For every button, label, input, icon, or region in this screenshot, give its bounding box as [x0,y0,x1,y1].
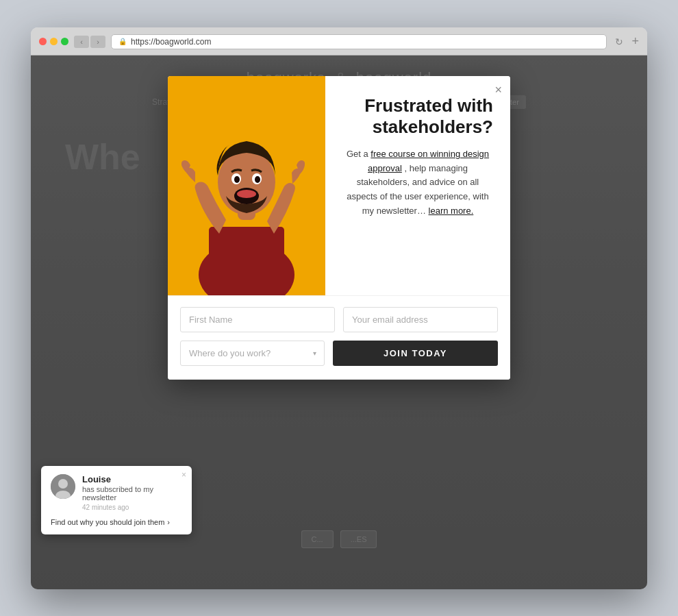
work-select[interactable]: Where do you work? Agency In-house Freel… [180,341,325,366]
social-proof-action: has subscribed to my newsletter [82,485,182,502]
social-proof-notification: × Louise has subscribed to my newsletter… [41,466,192,534]
social-proof-cta[interactable]: Find out why you should join them › [51,518,182,526]
nav-buttons: ‹ › [74,36,105,48]
maximize-dot[interactable] [61,38,68,45]
first-name-input[interactable] [180,307,335,332]
work-select-wrapper: Where do you work? Agency In-house Freel… [180,341,325,366]
modal-text-section: Frustrated with stakeholders? Get a free… [325,76,510,295]
browser-window: ‹ › 🔒 https://boagworld.com ↻ + boagwork… [31,27,647,589]
form-row-first [180,307,498,332]
chevron-right-icon: › [97,38,99,46]
body-intro: Get a [347,149,371,159]
modal-form: Where do you work? Agency In-house Freel… [168,295,510,380]
social-proof-time: 42 minutes ago [82,504,182,511]
subscription-modal: × [168,76,510,380]
form-row-second: Where do you work? Agency In-house Freel… [180,341,498,366]
join-button[interactable]: JOIN TODAY [333,341,498,366]
close-dot[interactable] [39,38,47,45]
modal-body-text: Get a free course on winning design appr… [342,147,493,219]
avatar-image [51,474,75,499]
browser-chrome: ‹ › 🔒 https://boagworld.com ↻ + [31,27,647,56]
forward-button[interactable]: › [90,36,105,48]
modal-close-button[interactable]: × [494,83,502,97]
svg-point-8 [234,176,240,183]
person-illustration [168,76,325,295]
close-notification-button[interactable]: × [181,470,186,480]
social-proof-content: Louise has subscribed to my newsletter 4… [82,474,182,511]
social-proof-name: Louise [82,474,182,484]
email-input[interactable] [343,307,498,332]
address-bar[interactable]: 🔒 https://boagworld.com [111,34,607,49]
refresh-button[interactable]: ↻ [615,36,623,47]
cta-text: Find out why you should join them [51,518,164,526]
avatar [51,474,75,499]
new-tab-button[interactable]: + [631,34,639,49]
learn-more-link[interactable]: learn more. [429,206,474,216]
minimize-dot[interactable] [50,38,58,45]
arrow-right-icon: › [167,518,170,526]
browser-content: boagworks & boagworld Strategy Training … [31,56,647,589]
svg-rect-1 [209,227,284,295]
svg-point-11 [58,479,68,489]
lock-icon: 🔒 [118,38,127,45]
social-proof-header: Louise has subscribed to my newsletter 4… [51,474,182,511]
chevron-left-icon: ‹ [80,38,83,46]
modal-top-section: Frustrated with stakeholders? Get a free… [168,76,510,295]
url-text: https://boagworld.com [131,37,211,47]
refresh-icon: ↻ [615,36,623,47]
new-tab-icon: + [631,34,639,48]
modal-headline: Frustrated with stakeholders? [342,95,493,138]
modal-image-section [168,76,325,295]
browser-dots [39,38,68,45]
svg-point-9 [255,176,260,183]
svg-point-5 [237,190,256,198]
back-button[interactable]: ‹ [74,36,89,48]
